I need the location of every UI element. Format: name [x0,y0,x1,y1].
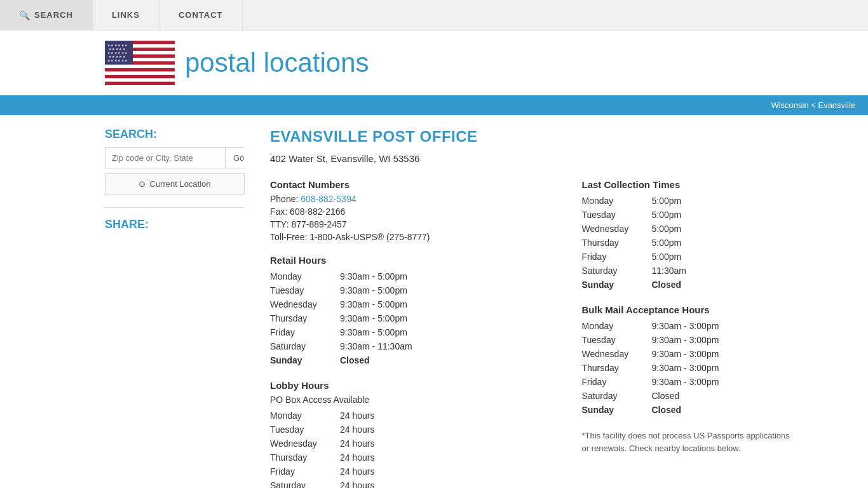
table-row: Saturday24 hours [270,478,557,488]
share-section: SHARE: [105,218,245,231]
day-cell: Friday [582,250,652,264]
table-row: Thursday5:00pm [582,236,869,250]
hours-cell: 5:00pm [652,222,869,236]
day-cell: Saturday [582,389,652,403]
hours-cell: 5:00pm [652,208,869,222]
svg-text:★ ★ ★ ★ ★ ★: ★ ★ ★ ★ ★ ★ [107,58,128,62]
search-input[interactable] [105,148,225,168]
day-cell: Saturday [270,339,340,353]
day-cell: Monday [270,409,340,423]
svg-rect-6 [105,78,175,81]
retail-hours-table: Monday9:30am - 5:00pmTuesday9:30am - 5:0… [270,269,557,367]
page-title: EVANSVILLE POST OFFICE [270,128,868,146]
day-cell: Thursday [582,361,652,375]
share-title: SHARE: [105,218,245,231]
nav-contact-label: CONTACT [179,10,223,20]
current-location-button[interactable]: ⊙ Current Location [105,173,245,194]
table-row: Thursday9:30am - 3:00pm [582,361,869,375]
contact-tollfree: Toll-Free: 1-800-Ask-USPS® (275-8777) [270,232,557,242]
hours-cell: 9:30am - 3:00pm [652,319,869,333]
hours-cell: 5:00pm [652,250,869,264]
right-column: Last Collection Times Monday5:00pmTuesda… [582,179,869,488]
go-button[interactable]: Go [225,148,252,168]
hours-cell: 24 hours [340,478,557,488]
breadcrumb-state[interactable]: Wisconsin [771,100,808,110]
hours-cell: 9:30am - 3:00pm [652,375,869,389]
contact-section-title: Contact Numbers [270,179,557,190]
table-row: Monday9:30am - 5:00pm [270,269,557,283]
day-cell: Thursday [582,236,652,250]
table-row: Tuesday9:30am - 3:00pm [582,333,869,347]
hours-cell: 9:30am - 3:00pm [652,361,869,375]
table-row: SundayClosed [270,353,557,367]
collection-title: Last Collection Times [582,179,869,190]
breadcrumb: Wisconsin < Evansville [771,100,855,110]
hours-cell: 9:30am - 5:00pm [340,283,557,297]
table-row: SundayClosed [582,403,869,417]
hours-cell: 24 hours [340,437,557,451]
contact-tty: TTY: 877-889-2457 [270,219,557,229]
day-cell: Thursday [270,311,340,325]
day-cell: Tuesday [270,283,340,297]
nav-contact[interactable]: CONTACT [159,0,243,30]
bulk-mail-title: Bulk Mail Acceptance Hours [582,304,869,315]
table-row: Wednesday9:30am - 5:00pm [270,297,557,311]
table-row: Wednesday24 hours [270,437,557,451]
day-cell: Sunday [582,278,652,292]
table-row: Friday9:30am - 5:00pm [270,325,557,339]
nav-search-label: SEARCH [34,10,73,20]
table-row: Wednesday5:00pm [582,222,869,236]
hours-cell: 24 hours [340,464,557,478]
main-container: SEARCH: Go ⊙ Current Location SHARE: EVA… [0,115,868,488]
nav-links[interactable]: LINKS [93,0,159,30]
phone-link[interactable]: 608-882-5394 [301,194,356,204]
search-icon: 🔍 [19,10,31,20]
collection-table: Monday5:00pmTuesday5:00pmWednesday5:00pm… [582,194,869,292]
day-cell: Saturday [582,264,652,278]
table-row: Tuesday24 hours [270,423,557,437]
breadcrumb-bar: Wisconsin < Evansville [0,95,868,115]
day-cell: Sunday [582,403,652,417]
top-navigation: 🔍 SEARCH LINKS CONTACT [0,0,868,30]
contact-fax: Fax: 608-882-2166 [270,207,557,217]
svg-rect-5 [105,72,175,75]
table-row: Thursday24 hours [270,451,557,464]
left-column: Contact Numbers Phone: 608-882-5394 Fax:… [270,179,557,488]
logo-plain: postal [185,48,264,78]
sidebar: SEARCH: Go ⊙ Current Location SHARE: [105,128,257,488]
hours-cell: Closed [340,353,557,367]
address: 402 Water St, Evansville, WI 53536 [270,153,868,164]
hours-cell: 9:30am - 11:30am [340,339,557,353]
sidebar-divider [105,207,245,208]
table-row: SundayClosed [582,278,869,292]
contact-phone: Phone: 608-882-5394 [270,194,557,204]
nav-search[interactable]: 🔍 SEARCH [0,0,93,30]
day-cell: Tuesday [582,333,652,347]
hours-cell: 24 hours [340,423,557,437]
hours-cell: 9:30am - 3:00pm [652,347,869,361]
table-row: Monday9:30am - 3:00pm [582,319,869,333]
search-box: Go [105,147,245,168]
table-row: Friday24 hours [270,464,557,478]
day-cell: Friday [270,464,340,478]
info-columns: Contact Numbers Phone: 608-882-5394 Fax:… [270,179,868,488]
logo-accent: locations [264,48,369,78]
hours-cell: 9:30am - 5:00pm [340,297,557,311]
table-row: Saturday9:30am - 11:30am [270,339,557,353]
table-row: Thursday9:30am - 5:00pm [270,311,557,325]
nav-links-label: LINKS [112,10,140,20]
table-row: Monday24 hours [270,409,557,423]
day-cell: Thursday [270,451,340,464]
breadcrumb-city[interactable]: Evansville [818,100,855,110]
svg-rect-4 [105,65,175,68]
day-cell: Tuesday [270,423,340,437]
hours-cell: Closed [652,389,869,403]
table-row: Monday5:00pm [582,194,869,208]
hours-cell: 5:00pm [652,236,869,250]
location-label: Current Location [149,179,210,189]
day-cell: Monday [270,269,340,283]
retail-hours-title: Retail Hours [270,255,557,266]
day-cell: Tuesday [582,208,652,222]
hours-cell: 9:30am - 5:00pm [340,325,557,339]
day-cell: Saturday [270,478,340,488]
